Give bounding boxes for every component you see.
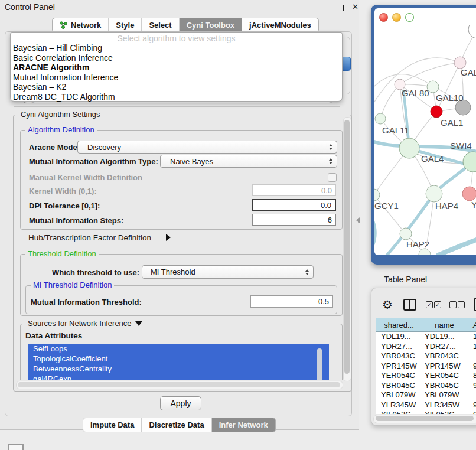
threshold-definition-group: Threshold Definition Which threshold to … <box>20 254 343 316</box>
mi-type-combo[interactable]: Naive Bayes <box>160 155 337 168</box>
mi-steps-field[interactable]: 6 <box>252 214 336 226</box>
table-row[interactable]: YLR345W YLR345W 9. <box>376 400 476 410</box>
aracne-mode-label: Aracne Mode: <box>29 143 80 152</box>
expand-arrow-icon[interactable] <box>166 234 171 241</box>
node-gal1-selected[interactable] <box>431 106 442 118</box>
column-header-name[interactable]: name <box>422 318 467 332</box>
list-item[interactable]: TopologicalCoefficient <box>28 354 329 364</box>
dropdown-item[interactable]: Mutual Information Inference <box>11 73 342 83</box>
table-row[interactable]: YBL079W YBL079W <box>376 390 476 400</box>
tab-network[interactable]: Network <box>53 18 108 32</box>
node-gal11[interactable] <box>375 113 386 124</box>
table-body: YDL19... YDL19... 13 YDR27... YDR27... 1… <box>376 332 476 414</box>
dropdown-item[interactable]: Bayesian – K2 <box>11 82 342 92</box>
table-toolbar: ⚙ ✓ ✓ <box>382 298 476 311</box>
close-traffic-light-icon[interactable] <box>379 13 388 22</box>
column-header-clipped[interactable]: A <box>467 318 476 332</box>
tab-label: Style <box>116 21 134 30</box>
list-item[interactable]: BetweennessCentrality <box>28 364 329 374</box>
apply-button[interactable]: Apply <box>160 396 201 410</box>
table-row[interactable]: YBR045C YBR045C 9. <box>376 381 476 391</box>
close-icon[interactable]: ✕ <box>352 2 358 11</box>
manual-kernel-checkbox[interactable] <box>328 173 337 182</box>
hub-section-label: Hub/Transcription Factor Definition <box>28 233 151 242</box>
dropdown-item[interactable]: Bayesian – Hill Climbing <box>11 43 342 53</box>
vertical-scrollbar[interactable] <box>343 117 351 381</box>
list-scrollbar[interactable] <box>317 348 322 380</box>
which-threshold-combo[interactable]: MI Threshold <box>142 265 314 279</box>
node-label: HAP4 <box>435 201 458 211</box>
tab-jactivemnodules[interactable]: jActiveMNodules <box>242 18 318 32</box>
minimize-traffic-light-icon[interactable] <box>392 13 401 22</box>
horizontal-scrollbar[interactable] <box>16 381 343 389</box>
mi-threshold-label: Mutual Information Threshold: <box>31 298 142 306</box>
float-window-icon[interactable] <box>343 5 350 11</box>
table-row[interactable]: YIL052C YIL052C 0. <box>376 410 476 414</box>
vertical-scrollbar-thumb[interactable] <box>344 120 350 374</box>
tab-select[interactable]: Select <box>141 18 178 32</box>
deselect-all-columns-icon[interactable] <box>449 301 465 308</box>
column-header-shared-name[interactable]: shared... <box>376 318 422 332</box>
dropdown-item[interactable]: ARACNE Algorithm <box>11 63 342 73</box>
window-title: Control Panel <box>5 2 55 12</box>
combo-stepper-icon <box>326 144 335 150</box>
table-row[interactable]: YBR043C YBR043C <box>376 351 476 361</box>
node-gal4[interactable] <box>399 138 419 158</box>
table-horizontal-scrollbar-thumb[interactable] <box>376 416 474 421</box>
mi-threshold-definition-group: MI Threshold Definition Mutual Informati… <box>25 285 337 314</box>
control-panel-tabs: Network Style Select Cyni Toolbox jActiv… <box>52 18 319 32</box>
algorithm-definition-group: Algorithm Definition Aracne Mode: Discov… <box>20 130 343 230</box>
kernel-width-field[interactable]: 0.0 <box>252 184 336 196</box>
tab-label: Network <box>71 21 101 30</box>
select-all-columns-icon[interactable]: ✓ ✓ <box>426 301 441 308</box>
kernel-width-label: Kernel Width (0,1): <box>29 187 97 195</box>
dropdown-item[interactable]: Basic Correlation Inference <box>11 53 342 63</box>
node[interactable] <box>454 57 466 69</box>
node[interactable] <box>468 25 476 38</box>
network-canvas[interactable]: GAL GAL80 GAL10 GAL1 GAL11 GAL4 SWI4 GCY… <box>374 25 476 255</box>
tab-discretize-data[interactable]: Discretize Data <box>141 418 211 432</box>
node-label: GAL10 <box>436 93 464 103</box>
node-salmon[interactable] <box>462 187 476 201</box>
horizontal-scrollbar-thumb[interactable] <box>18 382 340 387</box>
tab-label: Cyni Toolbox <box>187 21 234 30</box>
group-title: MI Threshold Definition <box>31 281 114 289</box>
tab-cyni-toolbox[interactable]: Cyni Toolbox <box>179 18 242 32</box>
mi-steps-label: Mutual Information Steps: <box>29 216 123 225</box>
tab-infer-network[interactable]: Infer Network <box>211 418 275 432</box>
aracne-mode-combo[interactable]: Discovery <box>77 141 337 154</box>
list-item[interactable]: gal4RGexp <box>28 374 329 380</box>
collapse-arrow-icon[interactable] <box>135 321 142 326</box>
columns-icon[interactable] <box>403 299 416 311</box>
node-hap2[interactable] <box>400 228 412 240</box>
gear-icon[interactable]: ⚙ <box>382 299 393 311</box>
node-hap4[interactable] <box>426 185 442 202</box>
group-title: Threshold Definition <box>25 249 99 258</box>
tab-style[interactable]: Style <box>108 18 141 32</box>
table-row[interactable]: YPR145W YPR145W 9. <box>376 361 476 371</box>
node-label: SWI4 <box>450 141 472 151</box>
node-label: GAL11 <box>382 125 409 135</box>
group-title: Algorithm Definition <box>25 125 97 134</box>
table-row[interactable]: YER054C YER054C 8. <box>376 371 476 381</box>
dropdown-placeholder: Select algorithm to view settings <box>11 34 342 43</box>
which-threshold-label: Which threshold to use: <box>52 268 139 277</box>
node-label: GCY1 <box>374 201 399 211</box>
node-gcy1[interactable] <box>374 189 380 201</box>
mi-threshold-field[interactable]: 0.5 <box>250 295 333 308</box>
table-header: shared... name A <box>376 318 476 332</box>
field-value: 0.0 <box>321 186 332 195</box>
dpi-tolerance-field[interactable]: 0.0 <box>252 199 336 211</box>
dropdown-item[interactable]: Dream8 DC_TDC Algorithm <box>11 92 342 102</box>
minimized-panel-icon[interactable] <box>8 444 24 450</box>
field-value: 0.0 <box>321 201 331 210</box>
list-item[interactable]: SelfLoops <box>28 344 329 354</box>
table-row[interactable]: YDL19... YDL19... 13 <box>376 332 476 342</box>
splitpane-handle-icon[interactable] <box>356 217 360 223</box>
table-horizontal-scrollbar[interactable] <box>373 415 476 423</box>
tab-impute-data[interactable]: Impute Data <box>83 418 141 432</box>
table-row[interactable]: YDR27... YDR27... 12 <box>376 342 476 352</box>
node-label: Y <box>471 200 476 210</box>
zoom-traffic-light-icon[interactable] <box>405 13 414 22</box>
group-title: Sources for Network Inference <box>25 319 145 328</box>
